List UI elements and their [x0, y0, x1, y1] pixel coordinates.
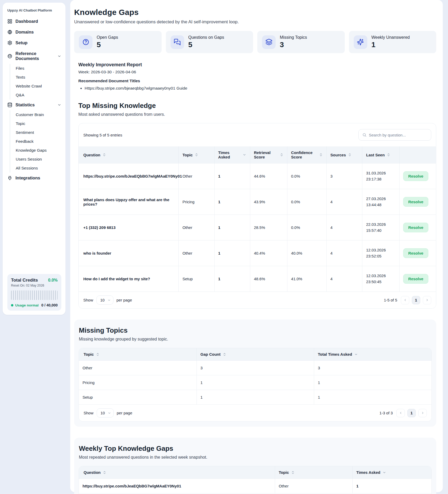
- sort-desc-icon: [243, 153, 246, 157]
- layers-icon: [265, 39, 272, 46]
- app-title: Uppzy AI Chatbot Platform: [7, 8, 61, 12]
- search-input[interactable]: [369, 133, 427, 137]
- table-row: What plans does Uppzy offer and what are…: [79, 189, 436, 215]
- sort-icon: [102, 153, 106, 157]
- next-page-button[interactable]: [418, 409, 427, 417]
- sidebar-item-files[interactable]: Files: [16, 64, 61, 73]
- prev-page-button[interactable]: [396, 409, 405, 417]
- times-asked-cell: 1: [214, 266, 250, 292]
- gear-icon: [7, 40, 12, 45]
- stat-card-weekly-unanswered: Weekly Unanswered 1: [349, 31, 436, 53]
- stat-label: Weekly Unanswered: [371, 35, 410, 40]
- stat-label: Missing Topics: [280, 35, 307, 40]
- table-row: Pricing 1 1: [79, 375, 431, 390]
- col-header-actions: [400, 146, 436, 163]
- status-dot: [11, 304, 13, 306]
- sidebar-item-topic[interactable]: Topic: [16, 119, 61, 128]
- col-header-total-times[interactable]: Total Times Asked: [314, 348, 431, 361]
- sidebar-item-qa[interactable]: Q&A: [16, 91, 61, 100]
- pagination-range: 1-5 of 5: [384, 298, 397, 302]
- report-week-range: Week: 2026-03-30 - 2026-04-06: [78, 70, 436, 74]
- per-page-select[interactable]: 10: [97, 408, 114, 418]
- page-number-button[interactable]: 1: [407, 409, 416, 417]
- sidebar-item-statistics[interactable]: Statistics: [7, 100, 61, 110]
- sidebar-item-label: Integrations: [15, 175, 61, 180]
- col-header-topic[interactable]: Topic: [79, 348, 197, 361]
- next-page-button[interactable]: [423, 296, 431, 304]
- sort-desc-icon: [354, 353, 358, 356]
- stat-value: 5: [188, 41, 224, 49]
- topic-cell: Other: [275, 479, 352, 493]
- question-cell: https://buy.stripe.com/bJeaEQbBG7wlgMAaE…: [79, 163, 179, 189]
- table-row: Setup 1 1: [79, 390, 431, 405]
- show-label: Show: [83, 298, 93, 302]
- actions-cell: Resolve: [400, 215, 436, 240]
- chevron-left-icon: [399, 411, 402, 415]
- per-page-select[interactable]: 10: [96, 295, 113, 305]
- col-header-topic[interactable]: Topic: [179, 146, 214, 163]
- resolve-button[interactable]: Resolve: [403, 248, 428, 258]
- sidebar-item-knowledge-gaps[interactable]: Knowledge Gaps: [16, 146, 61, 155]
- missing-topics-section: Missing Topics Missing knowledge grouped…: [74, 320, 436, 427]
- question-circle-icon: [82, 39, 89, 46]
- chevron-right-icon: [421, 411, 424, 415]
- sidebar-item-texts[interactable]: Texts: [16, 73, 61, 82]
- gap-count-cell: 3: [197, 361, 314, 375]
- col-header-sources[interactable]: Sources: [327, 146, 362, 163]
- sort-icon: [319, 153, 323, 157]
- section-subtitle-missing-topics: Missing knowledge grouped by suggested t…: [79, 337, 432, 342]
- report-recommended-heading: Recommended Document Titles: [78, 79, 436, 83]
- table-header-row: Question Topic Times Asked Retrieval Sco…: [79, 146, 436, 163]
- page: Uppzy AI Chatbot Platform Dashboard Doma…: [0, 0, 448, 494]
- sidebar-item-reference-documents[interactable]: Reference Documents: [7, 48, 61, 64]
- per-page-label: per page: [117, 411, 132, 415]
- stat-value: 3: [280, 41, 307, 49]
- sidebar-item-feedback[interactable]: Feedback: [16, 137, 61, 146]
- col-header-retrieval[interactable]: Retrieval Score: [250, 146, 287, 163]
- section-subtitle-weekly-top: Most repeated unanswered questions in th…: [79, 455, 432, 460]
- sidebar-item-setup[interactable]: Setup: [7, 37, 61, 48]
- top-missing-table: Question Topic Times Asked Retrieval Sco…: [79, 146, 436, 292]
- last-seen-cell: 31.03.202623:17:38: [362, 163, 400, 189]
- globe-icon: [7, 30, 12, 35]
- prev-page-button[interactable]: [401, 296, 409, 304]
- database-icon: [7, 102, 12, 107]
- sidebar-item-dashboard[interactable]: Dashboard: [7, 16, 61, 27]
- times-asked-cell: 1: [214, 215, 250, 240]
- col-header-times-asked[interactable]: Times Asked: [214, 146, 250, 163]
- col-header-gap-count[interactable]: Gap Count: [197, 348, 314, 361]
- question-cell: who is founder: [79, 240, 179, 266]
- col-header-last-seen[interactable]: Last Seen: [362, 146, 400, 163]
- stats-row: Open Gaps 5 Questions on Gaps 5 Missing …: [74, 31, 436, 53]
- chevron-left-icon: [403, 298, 407, 302]
- question-search[interactable]: [358, 129, 431, 141]
- sidebar-item-integrations[interactable]: Integrations: [7, 173, 61, 183]
- col-header-times-asked[interactable]: Times Asked: [352, 466, 431, 479]
- sort-icon: [280, 153, 283, 157]
- sort-icon: [291, 471, 295, 474]
- col-header-topic[interactable]: Topic: [275, 466, 352, 479]
- sidebar-item-all-sessions[interactable]: All Sessions: [16, 164, 61, 173]
- col-header-confidence[interactable]: Confidence Score: [287, 146, 327, 163]
- top-missing-table-card: Showing 5 of 5 entries Question Topic Ti…: [78, 123, 436, 309]
- sidebar-item-sentiment[interactable]: Sentiment: [16, 128, 61, 137]
- last-seen-cell: 12.03.202623:52:05: [362, 240, 400, 266]
- resolve-button[interactable]: Resolve: [403, 171, 428, 181]
- col-header-question[interactable]: Question: [79, 466, 275, 479]
- sidebar-item-label: Reference Documents: [15, 51, 54, 61]
- table-header-row: Topic Gap Count Total Times Asked: [79, 348, 431, 361]
- sidebar-item-domains[interactable]: Domains: [7, 27, 61, 37]
- sidebar-item-website-crawl[interactable]: Website Crawl: [16, 82, 61, 91]
- topic-cell: Pricing: [79, 375, 197, 390]
- table-row: How do I add the widget to my site? Setu…: [79, 266, 436, 292]
- col-header-question[interactable]: Question: [79, 146, 179, 163]
- resolve-button[interactable]: Resolve: [403, 197, 428, 207]
- sidebar-item-users-session[interactable]: Users Session: [16, 155, 61, 164]
- sources-cell: 4: [327, 266, 362, 292]
- sidebar-item-customer-brain[interactable]: Customer Brain: [16, 110, 61, 119]
- sparkles-icon: [357, 39, 364, 46]
- resolve-button[interactable]: Resolve: [403, 223, 428, 232]
- sort-icon: [96, 353, 100, 356]
- page-number-button[interactable]: 1: [412, 296, 420, 304]
- resolve-button[interactable]: Resolve: [403, 274, 428, 284]
